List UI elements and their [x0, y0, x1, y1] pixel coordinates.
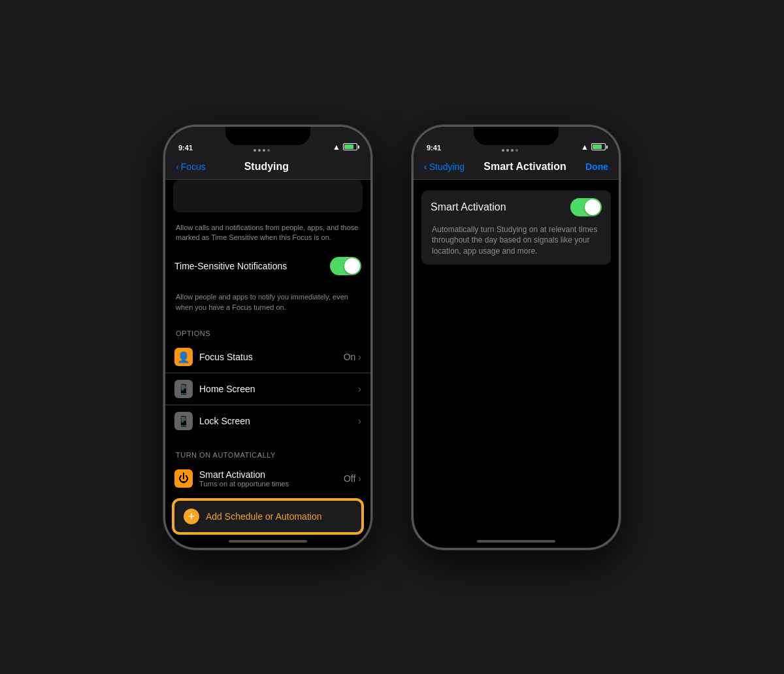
back-chevron-1: ‹	[176, 161, 179, 172]
wifi-icon-1: ▲	[333, 143, 340, 152]
status-icons-1: ▲	[318, 143, 357, 152]
page-title-1: Studying	[244, 161, 289, 173]
smart-activation-setting-row: Smart Activation	[421, 190, 611, 224]
status-icons-2: ▲	[566, 143, 606, 152]
smart-activation-icon: ⏻	[174, 469, 193, 488]
nav-bar-1: ‹ Focus Studying	[165, 156, 370, 180]
notch	[225, 127, 310, 145]
back-button-2[interactable]: ‹ Studying	[424, 161, 465, 172]
smart-activation-value: Off	[344, 473, 355, 484]
lock-screen-row[interactable]: 📱 Lock Screen ›	[165, 405, 370, 437]
home-screen-chevron: ›	[358, 384, 361, 394]
screen-content-1: Allow calls and notifications from peopl…	[165, 180, 370, 539]
done-button[interactable]: Done	[585, 161, 608, 172]
page-title-2: Smart Activation	[483, 161, 566, 173]
nav-bar-2: ‹ Studying Smart Activation Done	[414, 156, 619, 180]
smart-activation-description: Automatically turn Studying on at releva…	[421, 224, 611, 265]
focus-status-row[interactable]: 👤 Focus Status On ›	[165, 341, 370, 373]
back-chevron-2: ‹	[424, 161, 427, 172]
smart-activation-screen: Smart Activation Automatically turn Stud…	[414, 180, 619, 280]
focus-status-value: On	[344, 352, 356, 362]
battery-icon-2	[591, 143, 606, 150]
lock-screen-icon: 📱	[174, 412, 193, 430]
time-sensitive-label: Time-Sensitive Notifications	[174, 261, 330, 271]
time-sensitive-description: Allow people and apps to notify you imme…	[165, 287, 370, 320]
scrolled-content-placeholder	[173, 180, 363, 212]
options-section-label: OPTIONS	[165, 320, 370, 341]
smart-activation-setting-toggle[interactable]	[570, 198, 602, 216]
wifi-icon-2: ▲	[581, 143, 589, 152]
notch-2	[474, 127, 559, 145]
lock-screen-label: Lock Screen	[199, 416, 358, 426]
add-schedule-button[interactable]: + Add Schedule or Automation	[173, 499, 363, 533]
add-schedule-label: Add Schedule or Automation	[206, 511, 321, 522]
back-label-1: Focus	[181, 161, 206, 172]
auto-section-label: TURN ON AUTOMATICALLY	[165, 442, 370, 463]
options-card-group: 👤 Focus Status On › 📱 Home Screen › 📱 Lo…	[165, 341, 370, 437]
allow-calls-description: Allow calls and notifications from peopl…	[165, 218, 370, 251]
home-indicator-1[interactable]	[229, 540, 307, 543]
time-sensitive-toggle[interactable]	[330, 257, 361, 275]
smart-activation-row[interactable]: ⏻ Smart Activation Turns on at opportune…	[165, 463, 370, 494]
phone-1: 9:41 ▲ ‹ Focus Studying	[163, 125, 372, 550]
home-screen-label: Home Screen	[199, 384, 358, 394]
smart-activation-card: ⏻ Smart Activation Turns on at opportune…	[165, 463, 370, 494]
time-sensitive-row: Time-Sensitive Notifications	[165, 250, 370, 282]
battery-icon-1	[343, 143, 357, 150]
phone-2: 9:41 ▲ ‹ Studying Smart Activation Done	[412, 125, 621, 550]
back-button-1[interactable]: ‹ Focus	[176, 161, 206, 172]
signal-dots-1	[253, 149, 270, 152]
smart-activation-setting-label: Smart Activation	[431, 201, 570, 213]
home-indicator-2[interactable]	[477, 540, 555, 543]
focus-status-chevron: ›	[358, 352, 361, 362]
add-schedule-description: Have this Focus turn on automatically at…	[165, 536, 370, 539]
add-schedule-plus-icon: +	[184, 509, 199, 524]
lock-screen-chevron: ›	[358, 416, 361, 426]
signal-dots-2	[502, 149, 518, 152]
time-display-2: 9:41	[427, 144, 453, 152]
smart-activation-setting-card: Smart Activation Automatically turn Stud…	[421, 190, 611, 265]
focus-status-label: Focus Status	[199, 352, 344, 362]
smart-activation-sublabel: Turns on at opportune times	[199, 480, 344, 488]
back-label-2: Studying	[429, 161, 465, 172]
home-screen-icon: 📱	[174, 380, 193, 398]
home-screen-row[interactable]: 📱 Home Screen ›	[165, 373, 370, 405]
smart-activation-chevron: ›	[358, 473, 361, 484]
time-sensitive-card: Time-Sensitive Notifications	[165, 250, 370, 282]
time-display-1: 9:41	[178, 144, 204, 152]
smart-activation-label: Smart Activation	[199, 469, 344, 480]
focus-status-icon: 👤	[174, 348, 193, 366]
